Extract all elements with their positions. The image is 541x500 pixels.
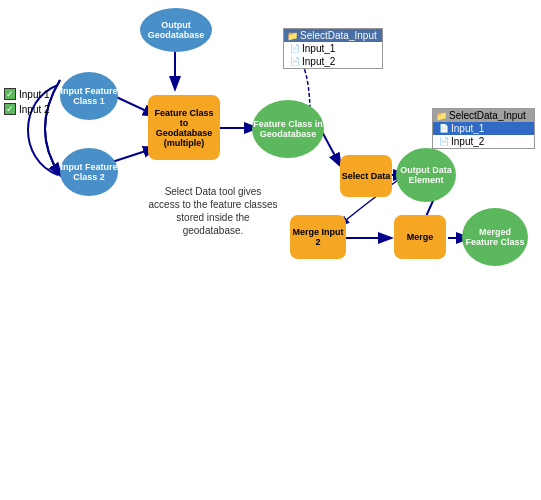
tree-item-1-1: Input_1 [302,43,335,54]
tree-widget-2: 📁 SelectData_Input 📄 Input_1 📄 Input_2 [432,108,535,149]
output-data-element-node: Output Data Element [396,148,456,202]
tree-item-1-2: Input_2 [302,56,335,67]
tree-widget-1: 📁 SelectData_Input 📄 Input_1 📄 Input_2 [283,28,383,69]
tree-item-2-1: Input_1 [451,123,484,134]
input2-check: ✓ [4,103,16,115]
input2-label: Input 2 [19,104,50,115]
tree-widget-2-item1: 📄 Input_1 [433,122,534,135]
select-data-node: Select Data [340,155,392,197]
input-labels: ✓ Input 1 ✓ Input 2 [4,88,50,118]
tree-widget-1-header: 📁 SelectData_Input [284,29,382,42]
merge-input2-node: Merge Input 2 [290,215,346,259]
input1-check: ✓ [4,88,16,100]
tree-widget-2-title: SelectData_Input [449,110,526,121]
input-fc2-node: Input Feature Class 2 [60,148,118,196]
merged-fc-node: Merged Feature Class [462,208,528,266]
description-text: Select Data tool gives access to the fea… [148,185,278,237]
input-fc1-node: Input Feature Class 1 [60,72,118,120]
fc-to-gdb-node: Feature Class to Geodatabase (multiple) [148,95,220,160]
tree-widget-1-title: SelectData_Input [300,30,377,41]
tree-item-2-2: Input_2 [451,136,484,147]
tree-widget-1-item1: 📄 Input_1 [284,42,382,55]
input1-label: Input 1 [19,89,50,100]
tree-widget-2-header: 📁 SelectData_Input [433,109,534,122]
fc-in-gdb-node: Feature Class in Geodatabase [252,100,324,158]
merge-node: Merge [394,215,446,259]
diagram-area: Output Geodatabase Input Feature Class 1… [0,0,541,290]
output-geodatabase-node: Output Geodatabase [140,8,212,52]
tree-widget-2-item2: 📄 Input_2 [433,135,534,148]
tree-widget-1-item2: 📄 Input_2 [284,55,382,68]
